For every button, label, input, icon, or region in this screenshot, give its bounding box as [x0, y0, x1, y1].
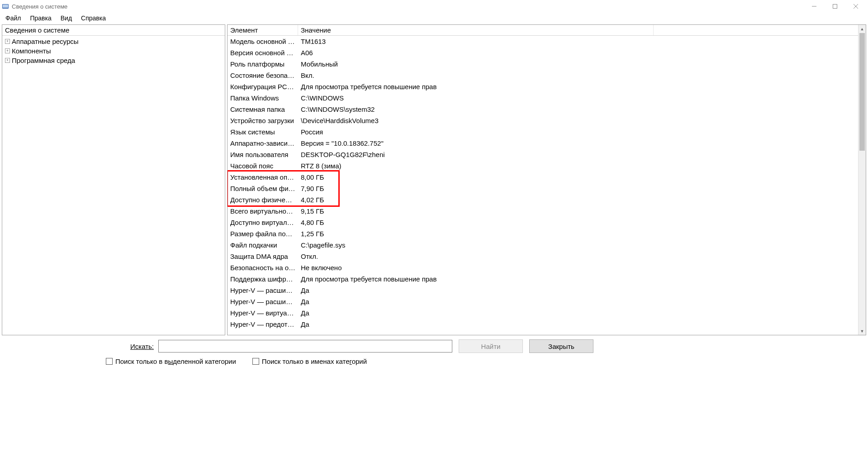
table-row[interactable]: Роль платформыМобильный	[228, 58, 858, 70]
tree-item-label: Компоненты	[12, 47, 51, 55]
search-input[interactable]	[158, 340, 452, 353]
table-row[interactable]: Hyper-V — расшир…Да	[228, 296, 858, 307]
cell-element: Поддержка шифро…	[228, 275, 298, 283]
cell-value: 1,25 ГБ	[298, 229, 858, 238]
cell-value: C:\WINDOWS	[298, 94, 858, 102]
cell-element: Hyper-V — расшир…	[228, 286, 298, 295]
cell-element: Безопасность на ос…	[228, 263, 298, 272]
cell-value: Версия = "10.0.18362.752"	[298, 139, 858, 148]
cell-element: Hyper-V — предотв…	[228, 320, 298, 329]
checkbox-category-names[interactable]: Поиск только в именах категорий	[252, 357, 367, 365]
vertical-scrollbar[interactable]: ▲ ▼	[858, 25, 866, 335]
search-label: Искать:	[5, 343, 158, 350]
tree-item-label: Программная среда	[12, 57, 75, 64]
table-row[interactable]: Установленная опе…8,00 ГБ	[228, 172, 858, 183]
table-row[interactable]: Модель основной …TM1613	[228, 36, 858, 47]
cell-element: Устройство загрузки	[228, 116, 298, 125]
table-row[interactable]: Полный объем физ…7,90 ГБ	[228, 183, 858, 194]
cell-value: Да	[298, 309, 858, 317]
tree-item[interactable]: +Компоненты	[2, 46, 225, 56]
checkbox-label: Поиск только в именах категорий	[262, 357, 367, 365]
scroll-down-icon[interactable]: ▼	[859, 327, 866, 335]
close-search-button[interactable]: Закрыть	[529, 339, 593, 353]
table-row[interactable]: Язык системыРоссия	[228, 126, 858, 138]
table-row[interactable]: Защита DMA ядраОткл.	[228, 251, 858, 262]
details-panel: Элемент Значение Модель основной …TM1613…	[227, 24, 866, 335]
cell-element: Hyper-V — расшир…	[228, 297, 298, 306]
cell-value: \Device\HarddiskVolume3	[298, 116, 858, 125]
cell-value: 8,00 ГБ	[298, 173, 858, 181]
checkbox-selected-category[interactable]: Поиск только в выделенной категории	[106, 357, 236, 365]
plus-icon[interactable]: +	[5, 58, 10, 63]
cell-element: Полный объем физ…	[228, 184, 298, 193]
column-header-element[interactable]: Элемент	[228, 25, 298, 35]
table-row[interactable]: Папка WindowsC:\WINDOWS	[228, 92, 858, 104]
cell-value: 9,15 ГБ	[298, 207, 858, 215]
cell-element: Установленная опе…	[228, 173, 298, 181]
menu-help[interactable]: Справка	[76, 14, 110, 23]
scroll-thumb[interactable]	[859, 33, 865, 151]
close-button[interactable]	[845, 0, 866, 13]
table-row[interactable]: Доступно виртуаль…4,80 ГБ	[228, 217, 858, 228]
cell-value: TM1613	[298, 37, 858, 46]
cell-element: Доступно виртуаль…	[228, 218, 298, 227]
plus-icon[interactable]: +	[5, 39, 10, 44]
menu-file[interactable]: Файл	[1, 14, 25, 23]
maximize-button[interactable]	[825, 0, 845, 13]
table-row[interactable]: Доступно физичес…4,02 ГБ	[228, 194, 858, 205]
window-title: Сведения о системе	[12, 3, 67, 10]
cell-value: Да	[298, 320, 858, 329]
cell-element: Имя пользователя	[228, 150, 298, 159]
cell-element: Роль платформы	[228, 60, 298, 68]
table-row[interactable]: Аппаратно-зависи…Версия = "10.0.18362.75…	[228, 138, 858, 149]
table-row[interactable]: Размер файла подк…1,25 ГБ	[228, 228, 858, 239]
tree-item[interactable]: +Аппаратные ресурсы	[2, 37, 225, 46]
cell-element: Язык системы	[228, 128, 298, 136]
cell-value: Для просмотра требуется повышение прав	[298, 275, 858, 283]
cell-element: Модель основной …	[228, 37, 298, 46]
table-row[interactable]: Безопасность на ос…Не включено	[228, 262, 858, 273]
cell-value: 4,02 ГБ	[298, 195, 858, 204]
cell-element: Аппаратно-зависи…	[228, 139, 298, 148]
table-row[interactable]: Файл подкачкиC:\pagefile.sys	[228, 239, 858, 251]
table-row[interactable]: Hyper-V — виртуал…Да	[228, 307, 858, 319]
column-header-empty[interactable]	[654, 25, 858, 35]
column-header-value[interactable]: Значение	[298, 25, 654, 35]
cell-element: Системная папка	[228, 105, 298, 114]
cell-value: 4,80 ГБ	[298, 218, 858, 227]
cell-element: Файл подкачки	[228, 241, 298, 249]
menu-view[interactable]: Вид	[56, 14, 76, 23]
table-row[interactable]: Hyper-V — расшир…Да	[228, 285, 858, 296]
footer: Искать: Найти Закрыть Поиск только в выд…	[0, 337, 868, 368]
cell-element: Размер файла подк…	[228, 229, 298, 238]
cell-element: Доступно физичес…	[228, 195, 298, 204]
cell-value: Мобильный	[298, 60, 858, 68]
cell-value: Вкл.	[298, 71, 858, 80]
table-row[interactable]: Конфигурация PCR7Для просмотра требуется…	[228, 81, 858, 92]
plus-icon[interactable]: +	[5, 48, 10, 53]
tree-panel: Сведения о системе +Аппаратные ресурсы+К…	[2, 24, 225, 335]
menubar: Файл Правка Вид Справка	[0, 13, 868, 24]
checkbox-icon	[106, 358, 113, 365]
cell-element: Часовой пояс	[228, 162, 298, 170]
tree-item[interactable]: +Программная среда	[2, 56, 225, 65]
table-row[interactable]: Hyper-V — предотв…Да	[228, 319, 858, 330]
table-row[interactable]: Часовой поясRTZ 8 (зима)	[228, 160, 858, 172]
find-button[interactable]: Найти	[459, 339, 523, 353]
cell-element: Состояние безопас…	[228, 71, 298, 80]
table-row[interactable]: Системная папкаC:\WINDOWS\system32	[228, 104, 858, 115]
window-controls	[804, 0, 866, 13]
table-row[interactable]: Версия основной п…A06	[228, 47, 858, 58]
minimize-button[interactable]	[804, 0, 825, 13]
scroll-up-icon[interactable]: ▲	[859, 25, 866, 33]
table-row[interactable]: Поддержка шифро…Для просмотра требуется …	[228, 273, 858, 285]
menu-edit[interactable]: Правка	[25, 14, 56, 23]
cell-value: Да	[298, 286, 858, 295]
tree-root[interactable]: Сведения о системе	[2, 25, 225, 36]
app-icon	[2, 3, 9, 10]
table-row[interactable]: Состояние безопас…Вкл.	[228, 70, 858, 81]
table-row[interactable]: Имя пользователяDESKTOP-GQ1G82F\zheni	[228, 149, 858, 160]
table-row[interactable]: Устройство загрузки\Device\HarddiskVolum…	[228, 115, 858, 126]
cell-element: Защита DMA ядра	[228, 252, 298, 261]
table-row[interactable]: Всего виртуальной …9,15 ГБ	[228, 205, 858, 217]
